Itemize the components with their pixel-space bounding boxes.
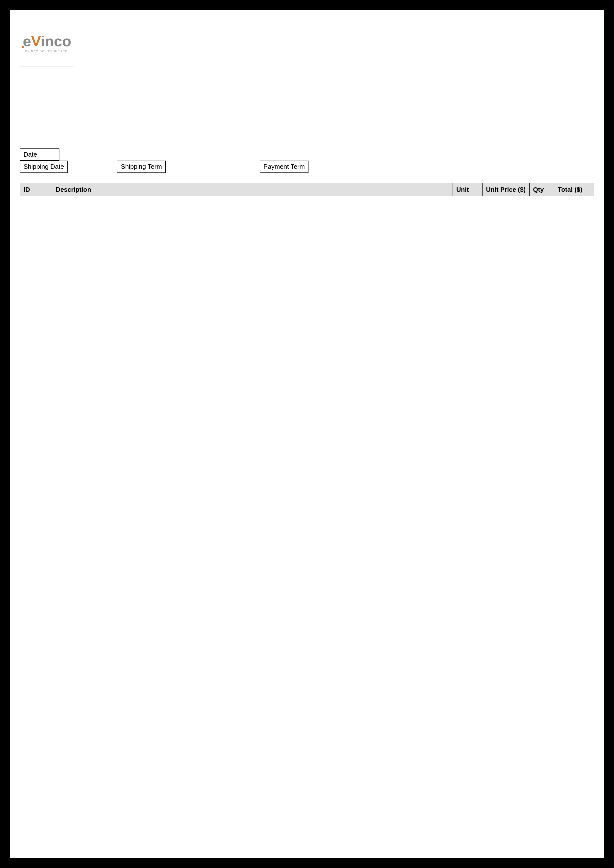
col-header-description: Description [52,183,453,196]
shipping-term-field: Shipping Term [117,161,166,173]
logo-area: eVinco EVINCO SOLUTIONS LTD. [20,20,74,67]
shipping-row: Shipping Date Shipping Term Payment Term [20,161,594,173]
logo-text: eVinco [23,34,71,49]
col-header-total: Total ($) [554,183,594,196]
document-page: eVinco EVINCO SOLUTIONS LTD. Date Shippi… [10,10,604,858]
logo-subtitle: EVINCO SOLUTIONS LTD. [25,50,69,53]
logo-inco: inco [40,33,71,50]
date-row: Date [20,149,594,161]
shipping-date-field: Shipping Date [20,161,68,173]
logo-v: V [31,33,41,50]
table-header-row: ID Description Unit Unit Price ($) Qty T… [20,183,594,196]
payment-term-field: Payment Term [260,161,308,173]
col-header-unit: Unit [453,183,482,196]
header-info-area: Date Shipping Date Shipping Term Payment… [20,149,594,173]
col-header-unit-price: Unit Price ($) [482,183,530,196]
invoice-table: ID Description Unit Unit Price ($) Qty T… [20,183,594,196]
col-header-id: ID [20,183,52,196]
col-header-qty: Qty [530,183,554,196]
date-field: Date [20,149,59,161]
